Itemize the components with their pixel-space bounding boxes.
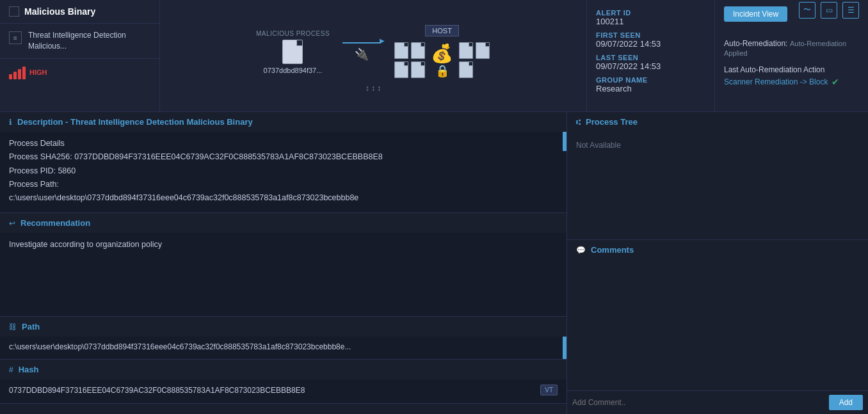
process-tree-section: ⑆ Process Tree Not Available	[567, 112, 868, 240]
group-name-label: GROUP NAME	[596, 76, 705, 84]
auto-remed-label: Auto-Remediation:	[724, 39, 787, 48]
hash-section: # Hash 0737DDBD894F37316EEE04C6739AC32F0…	[0, 360, 567, 404]
path-header: ⛓ Path	[0, 317, 567, 337]
list-view-btn[interactable]: ☰	[842, 2, 859, 19]
docs-left	[394, 42, 426, 79]
sub-item[interactable]: ≡ Threat Intelligence Detection Maliciou…	[0, 24, 159, 59]
severity-label: HIGH	[29, 68, 47, 76]
header-right: ALERT ID 100211 FIRST SEEN 09/07/2022 14…	[586, 0, 868, 111]
comments-header: 💬 Comments	[567, 240, 868, 260]
description-body: Process Details Process SHA256: 0737DDBD…	[0, 132, 567, 212]
card-view-btn[interactable]: ▭	[821, 2, 837, 19]
docs-right	[458, 42, 490, 79]
group-name-row: GROUP NAME Research	[596, 76, 705, 93]
hash-header: # Hash	[0, 360, 567, 379]
shield-icon: 🔒	[435, 64, 449, 78]
left-panel: ℹ Description - Threat Intelligence Dete…	[0, 112, 567, 414]
group-name-value: Research	[596, 84, 705, 93]
path-value: c:\users\user\desktop\0737ddbd894f37316e…	[9, 342, 351, 351]
path-section: ⛓ Path c:\users\user\desktop\0737ddbd894…	[0, 317, 567, 360]
alert-info: ALERT ID 100211 FIRST SEEN 09/07/2022 14…	[587, 0, 715, 111]
recommendation-icon: ↩	[9, 219, 15, 228]
path-body: c:\users\user\desktop\0737ddbd894f37316e…	[0, 337, 567, 359]
auto-remediation-section: Auto-Remediation: Auto-Remediation Appli…	[724, 38, 859, 58]
mini-doc-5	[459, 42, 473, 59]
actions-panel: Incident View 〜 ▭ ☰ Auto-Remediation: Au…	[715, 0, 868, 111]
last-seen-value: 09/07/2022 14:53	[596, 61, 705, 71]
last-seen-row: LAST SEEN 09/07/2022 14:53	[596, 54, 705, 71]
main-content: ℹ Description - Threat Intelligence Dete…	[0, 112, 868, 414]
alert-id-row: ALERT ID 100211	[596, 9, 705, 26]
doc-icon: ≡	[9, 31, 22, 44]
arrow-connector: 🔌	[342, 42, 381, 61]
process-path-label-line: Process Path:	[9, 178, 558, 191]
severity-bars	[9, 65, 26, 79]
process-hash: 0737ddbd894f37...	[264, 67, 323, 74]
malicious-process-box: MALICIOUS PROCESS 0737ddbd894f37...	[256, 30, 330, 74]
waveform-view-btn[interactable]: 〜	[799, 2, 816, 19]
malicious-doc-icon	[282, 40, 303, 64]
process-tree-title: Process Tree	[586, 117, 638, 127]
path-icon: ⛓	[9, 322, 17, 331]
comment-input-row: Add	[567, 390, 868, 414]
main-checkbox[interactable]	[9, 6, 19, 17]
hash-title: Hash	[19, 365, 39, 374]
severity-bar-4	[22, 67, 26, 79]
description-section: ℹ Description - Threat Intelligence Dete…	[0, 112, 567, 213]
process-tree-icon: ⑆	[576, 118, 581, 127]
hash-body: 0737DDBD894F37316EEE04C6739AC32F0C888535…	[0, 379, 567, 403]
add-comment-button[interactable]: Add	[829, 395, 863, 410]
header-left: Malicious Binary ≡ Threat Intelligence D…	[0, 0, 160, 111]
first-seen-label: FIRST SEEN	[596, 31, 705, 39]
host-label: HOST	[425, 25, 459, 36]
path-title: Path	[22, 322, 40, 331]
not-available-text: Not Available	[576, 141, 621, 150]
hash-value: 0737DDBD894F37316EEE04C6739AC32F0C888535…	[9, 386, 305, 395]
comments-title: Comments	[591, 245, 634, 255]
hash-icon: #	[9, 365, 13, 374]
recommendation-section: ↩ Recommendation Investigate according t…	[0, 213, 567, 317]
first-seen-value: 09/07/2022 14:53	[596, 39, 705, 49]
recommendation-title: Recommendation	[20, 218, 90, 228]
process-path-value-line: c:\users\user\desktop\0737ddbd894f37316e…	[9, 191, 558, 205]
money-bag-icon: 💰	[431, 43, 453, 64]
scanner-link[interactable]: Scanner Remediation -> Block	[724, 77, 828, 86]
process-flow-area: MALICIOUS PROCESS 0737ddbd894f37... 🔌 HO…	[160, 0, 586, 111]
title-bar: Malicious Binary	[0, 0, 159, 24]
process-tree-header: ⑆ Process Tree	[567, 112, 868, 132]
vt-button[interactable]: VT	[540, 385, 558, 395]
mini-doc-1	[394, 42, 408, 59]
process-flow: MALICIOUS PROCESS 0737ddbd894f37... 🔌 HO…	[256, 25, 490, 79]
sub-item-text: Threat Intelligence Detection Malicious.…	[28, 30, 150, 52]
mini-doc-4	[411, 61, 425, 78]
view-icons: 〜 ▭ ☰	[799, 2, 859, 19]
mini-doc-6	[476, 42, 490, 59]
comment-input[interactable]	[572, 398, 824, 407]
plug-icon: 🔌	[355, 47, 369, 61]
expand-dots: ↕ ↕ ↕	[366, 84, 382, 93]
page-title: Malicious Binary	[24, 6, 95, 17]
process-details-line: Process Details	[9, 137, 558, 150]
last-action-label: Last Auto-Remediation Action	[724, 65, 859, 74]
recommendation-text: Investigate according to organization po…	[9, 238, 558, 251]
first-seen-row: FIRST SEEN 09/07/2022 14:53	[596, 31, 705, 49]
malicious-process-label: MALICIOUS PROCESS	[256, 30, 330, 37]
severity-bar-2	[13, 72, 17, 79]
last-action-section: Last Auto-Remediation Action Scanner Rem…	[724, 65, 859, 87]
scroll-indicator	[563, 132, 567, 151]
description-header: ℹ Description - Threat Intelligence Dete…	[0, 112, 567, 132]
mini-doc-2	[411, 42, 425, 59]
right-panel: ⑆ Process Tree Not Available 💬 Comments …	[567, 112, 868, 414]
connector-line	[342, 42, 381, 44]
severity-bar-3	[18, 69, 21, 79]
recommendation-body: Investigate according to organization po…	[0, 233, 567, 316]
incident-view-button[interactable]: Incident View	[724, 6, 787, 22]
process-pid-line: Process PID: 5860	[9, 164, 558, 178]
alert-id-label: ALERT ID	[596, 9, 705, 17]
severity-box: HIGH	[0, 59, 159, 86]
host-box: HOST 💰 🔒	[394, 25, 490, 79]
recommendation-header: ↩ Recommendation	[0, 213, 567, 233]
center-icons: 💰 🔒	[431, 43, 453, 78]
mini-doc-3	[394, 61, 408, 78]
process-sha-line: Process SHA256: 0737DDBD894F37316EEE04C6…	[9, 150, 558, 164]
